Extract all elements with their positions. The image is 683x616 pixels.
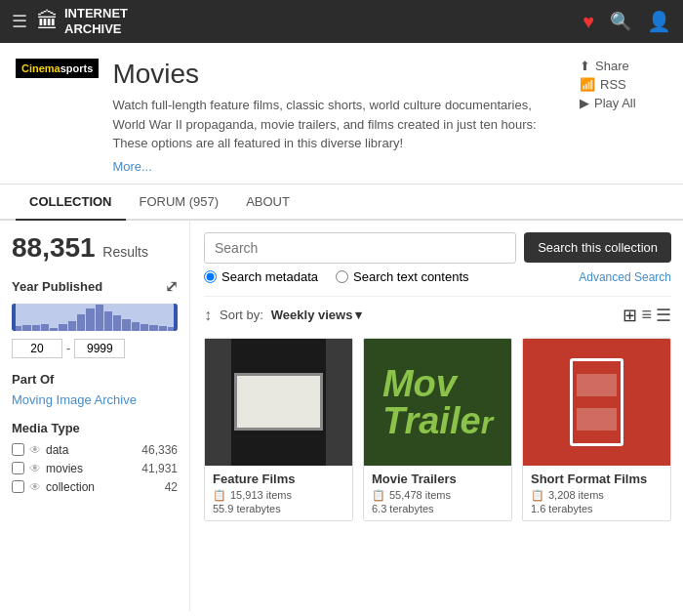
hamburger-menu[interactable]: ☰ (12, 11, 27, 32)
tile-size-feature: 55.9 terabytes (213, 503, 344, 514)
tile-movie-trailers[interactable]: MovTrailer Movie Trailers 📋 55,478 items… (363, 338, 512, 521)
logo-text: INTERNET ARCHIVE (64, 6, 128, 36)
collection-header: Cinemasports Movies Watch full-length fe… (0, 43, 683, 185)
media-type-checkbox-movies[interactable] (12, 462, 24, 474)
share-action[interactable]: ⬆ Share (580, 59, 629, 73)
more-link[interactable]: More... (112, 159, 566, 174)
tile-title-trailers: Movie Trailers (372, 472, 503, 486)
eye-icon-movies: 👁 (29, 462, 41, 475)
search-metadata-radio[interactable] (204, 270, 217, 283)
media-type-item-collection: 👁 collection 42 (12, 480, 178, 494)
page-title: Movies (112, 59, 566, 90)
year-range-inputs: - (12, 339, 178, 358)
media-type-checkbox-data[interactable] (12, 443, 24, 456)
media-type-item-movies: 👁 movies 41,931 (12, 462, 178, 475)
year-min-input[interactable] (12, 339, 62, 358)
rss-icon: 📶 (580, 77, 595, 92)
tile-info-short: Short Format Films 📋 3,208 items 1.6 ter… (523, 466, 670, 520)
search-input[interactable] (204, 232, 516, 264)
sidebar: 88,351 Results Year Published ⤢ (0, 221, 190, 611)
results-label: Results (102, 244, 148, 260)
site-logo[interactable]: 🏛 INTERNET ARCHIVE (37, 6, 128, 36)
part-of-title: Part Of (12, 372, 178, 387)
grid-view-icon[interactable]: ⊞ (623, 305, 637, 326)
trailers-thumbnail: MovTrailer (364, 339, 511, 466)
eye-icon-data: 👁 (29, 443, 41, 457)
results-count: 88,351 (12, 232, 96, 263)
sort-select[interactable]: Weekly views ▾ (271, 308, 363, 322)
short-thumbnail (523, 339, 670, 466)
play-icon: ▶ (580, 96, 589, 110)
tile-size-short: 1.6 terabytes (531, 503, 663, 514)
search-nav-icon[interactable]: 🔍 (610, 11, 631, 32)
media-type-checkbox-collection[interactable] (12, 480, 24, 493)
tab-forum[interactable]: FORUM (957) (126, 185, 233, 221)
view-icons: ⊞ ≡ ☰ (623, 305, 671, 326)
list-view-icon[interactable]: ≡ (641, 305, 652, 325)
search-options: Search metadata Search text contents (204, 269, 469, 284)
trailer-text: MovTrailer (382, 365, 493, 439)
part-of-link[interactable]: Moving Image Archive (12, 392, 137, 407)
header-description: Watch full-length feature films, classic… (112, 96, 566, 153)
share-icon: ⬆ (580, 59, 590, 73)
tile-thumb-trailers: MovTrailer (364, 339, 511, 466)
feature-thumbnail (205, 339, 352, 466)
tile-short-films[interactable]: Short Format Films 📋 3,208 items 1.6 ter… (522, 338, 671, 521)
detail-view-icon[interactable]: ☰ (656, 305, 671, 326)
tile-info-trailers: Movie Trailers 📋 55,478 items 6.3 teraby… (364, 466, 511, 520)
search-text-radio[interactable] (336, 270, 348, 283)
year-max-input[interactable] (74, 339, 125, 358)
tile-items-feature: 📋 15,913 items (213, 489, 344, 502)
results-row: 88,351 Results (12, 232, 178, 264)
tile-thumb-short (523, 339, 670, 466)
tile-size-trailers: 6.3 terabytes (372, 503, 503, 514)
year-slider[interactable] (12, 304, 178, 331)
advanced-search-link[interactable]: Advanced Search (579, 270, 671, 284)
header-actions: ⬆ Share 📶 RSS ▶ Play All (580, 59, 667, 110)
top-nav-right: ♥ 🔍 👤 (583, 10, 671, 33)
search-text-option[interactable]: Search text contents (336, 269, 469, 284)
tile-thumb-feature (205, 339, 352, 466)
cinema-screen (234, 373, 323, 431)
curtain-left (205, 339, 231, 466)
tile-items-short: 📋 3,208 items (531, 489, 663, 502)
search-input-wrap (204, 232, 516, 264)
sort-icon: ↕ (204, 307, 212, 324)
year-expand-icon[interactable]: ⤢ (165, 277, 178, 296)
top-navigation: ☰ 🏛 INTERNET ARCHIVE ♥ 🔍 👤 (0, 0, 683, 43)
tabs-bar: COLLECTION FORUM (957) ABOUT (0, 185, 683, 221)
year-range-dash: - (66, 341, 70, 355)
tile-title-feature: Feature Films (213, 472, 344, 486)
search-collection-button[interactable]: Search this collection (524, 232, 671, 263)
tile-feature-films[interactable]: Feature Films 📋 15,913 items 55.9 teraby… (204, 338, 353, 521)
list-icon-short: 📋 (531, 489, 544, 502)
archive-icon: 🏛 (37, 9, 59, 34)
play-all-action[interactable]: ▶ Play All (580, 96, 636, 110)
list-icon-feature: 📋 (213, 489, 226, 502)
main-layout: 88,351 Results Year Published ⤢ (0, 221, 683, 611)
tile-info-feature: Feature Films 📋 15,913 items 55.9 teraby… (205, 466, 352, 520)
media-type-item-data: 👁 data 46,336 (12, 443, 178, 457)
content-area: Search this collection Search metadata S… (190, 221, 683, 521)
search-metadata-option[interactable]: Search metadata (204, 269, 318, 284)
list-icon-trailers: 📋 (372, 489, 385, 502)
tile-items-trailers: 📋 55,478 items (372, 489, 503, 502)
curtain-right (326, 339, 352, 466)
tiles-grid: Feature Films 📋 15,913 items 55.9 teraby… (204, 338, 671, 521)
film-strip (570, 358, 623, 446)
user-icon[interactable]: 👤 (647, 10, 671, 33)
favorite-icon[interactable]: ♥ (583, 11, 594, 33)
year-filter-title: Year Published ⤢ (12, 277, 178, 296)
header-info: Movies Watch full-length feature films, … (112, 59, 566, 174)
tab-about[interactable]: ABOUT (232, 185, 303, 221)
tile-title-short: Short Format Films (531, 472, 663, 486)
eye-icon-collection: 👁 (29, 480, 41, 494)
search-row: Search this collection (204, 232, 671, 264)
collection-logo: Cinemasports (16, 59, 99, 78)
sort-row: ↕ Sort by: Weekly views ▾ ⊞ ≡ ☰ (204, 296, 671, 326)
media-type-title: Media Type (12, 421, 178, 435)
rss-action[interactable]: 📶 RSS (580, 77, 626, 92)
tab-collection[interactable]: COLLECTION (16, 185, 126, 221)
